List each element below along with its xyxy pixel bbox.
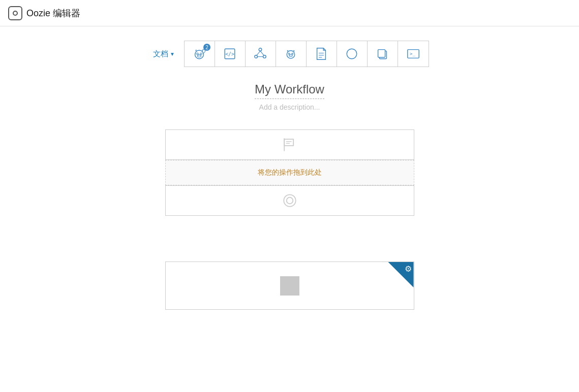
svg-point-0 bbox=[195, 50, 204, 59]
svg-point-6 bbox=[259, 48, 262, 51]
logo-icon bbox=[8, 6, 22, 20]
copy-icon bbox=[375, 47, 389, 61]
graph-icon bbox=[253, 47, 267, 61]
circle-icon bbox=[345, 47, 359, 61]
code-icon: </> bbox=[223, 47, 237, 61]
start-node bbox=[165, 129, 414, 160]
bottom-panel-rect bbox=[280, 276, 299, 296]
toolbar-icon-group: 2 </> bbox=[184, 41, 429, 67]
svg-line-9 bbox=[257, 51, 260, 55]
svg-point-3 bbox=[198, 55, 201, 57]
svg-line-10 bbox=[260, 51, 264, 55]
svg-point-26 bbox=[284, 194, 295, 206]
file-button[interactable] bbox=[307, 41, 337, 67]
svg-point-19 bbox=[347, 49, 357, 59]
doc-button[interactable]: 文档 ▼ bbox=[150, 47, 178, 61]
file-icon bbox=[315, 47, 328, 61]
svg-point-1 bbox=[197, 53, 199, 55]
header: Oozie 编辑器 bbox=[0, 0, 579, 26]
app-logo: Oozie 编辑器 bbox=[8, 6, 80, 20]
svg-text:</>: </> bbox=[226, 51, 235, 57]
svg-point-13 bbox=[289, 53, 290, 55]
circle-button[interactable] bbox=[337, 41, 368, 67]
svg-point-8 bbox=[263, 55, 266, 58]
code-button[interactable]: </> bbox=[215, 41, 246, 67]
app-title: Oozie 编辑器 bbox=[26, 7, 80, 19]
graph-button[interactable] bbox=[246, 41, 276, 67]
svg-rect-21 bbox=[378, 50, 385, 57]
main-content: 文档 ▼ 2 bbox=[0, 26, 579, 392]
svg-point-15 bbox=[289, 55, 292, 57]
pig-button[interactable] bbox=[276, 41, 307, 67]
svg-point-7 bbox=[255, 55, 258, 58]
workflow-title-area: My Workflow Add a description... bbox=[255, 82, 324, 111]
doc-label: 文档 bbox=[153, 49, 168, 59]
terminal-button[interactable]: >_ bbox=[398, 41, 429, 67]
pig-icon bbox=[284, 47, 298, 61]
workflow-title[interactable]: My Workflow bbox=[255, 82, 324, 99]
gear-icon: ⚙ bbox=[405, 264, 412, 274]
svg-text:>_: >_ bbox=[410, 51, 415, 56]
drop-zone-text: 将您的操作拖到此处 bbox=[258, 168, 322, 177]
bottom-panel: ⚙ bbox=[165, 262, 414, 310]
copy-button[interactable] bbox=[368, 41, 398, 67]
start-flag-icon bbox=[281, 136, 299, 154]
svg-point-2 bbox=[200, 53, 202, 55]
bottom-panel-gear: ⚙ bbox=[388, 262, 414, 287]
end-circle-icon bbox=[281, 191, 299, 210]
doc-chevron: ▼ bbox=[170, 51, 175, 57]
workflow-description[interactable]: Add a description... bbox=[255, 103, 324, 111]
svg-point-27 bbox=[286, 198, 293, 204]
end-node bbox=[165, 185, 414, 216]
drop-zone[interactable]: 将您的操作拖到此处 bbox=[165, 160, 414, 185]
pig-badge: 2 bbox=[203, 44, 210, 51]
logo-inner-circle bbox=[13, 11, 18, 16]
pig-script-button[interactable]: 2 bbox=[185, 41, 215, 67]
terminal-icon: >_ bbox=[406, 47, 420, 61]
svg-point-14 bbox=[292, 53, 293, 55]
toolbar: 文档 ▼ 2 bbox=[150, 41, 429, 67]
workflow-canvas: 将您的操作拖到此处 bbox=[165, 129, 414, 216]
